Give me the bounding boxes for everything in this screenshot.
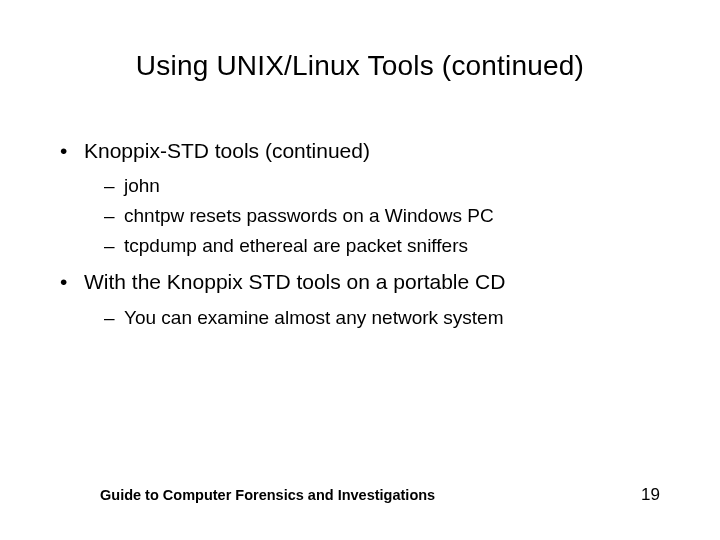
bullet-item: Knoppix-STD tools (continued): [60, 137, 660, 165]
sub-bullet-text: chntpw resets passwords on a Windows PC: [124, 205, 494, 226]
slide: Using UNIX/Linux Tools (continued) Knopp…: [0, 0, 720, 540]
bullet-item: With the Knoppix STD tools on a portable…: [60, 268, 660, 296]
sub-bullet-item: john: [104, 173, 660, 199]
sub-bullet-item: tcpdump and ethereal are packet sniffers: [104, 233, 660, 259]
sub-bullet-group: john chntpw resets passwords on a Window…: [60, 173, 660, 258]
bullet-text: With the Knoppix STD tools on a portable…: [84, 270, 505, 293]
slide-title: Using UNIX/Linux Tools (continued): [60, 50, 660, 82]
sub-bullet-item: chntpw resets passwords on a Windows PC: [104, 203, 660, 229]
sub-bullet-item: You can examine almost any network syste…: [104, 305, 660, 331]
sub-bullet-text: john: [124, 175, 160, 196]
footer-text: Guide to Computer Forensics and Investig…: [100, 487, 435, 503]
sub-bullet-text: tcpdump and ethereal are packet sniffers: [124, 235, 468, 256]
sub-bullet-text: You can examine almost any network syste…: [124, 307, 503, 328]
slide-content: Knoppix-STD tools (continued) john chntp…: [60, 137, 660, 330]
sub-bullet-group: You can examine almost any network syste…: [60, 305, 660, 331]
bullet-text: Knoppix-STD tools (continued): [84, 139, 370, 162]
page-number: 19: [641, 485, 660, 505]
slide-footer: Guide to Computer Forensics and Investig…: [100, 485, 660, 505]
